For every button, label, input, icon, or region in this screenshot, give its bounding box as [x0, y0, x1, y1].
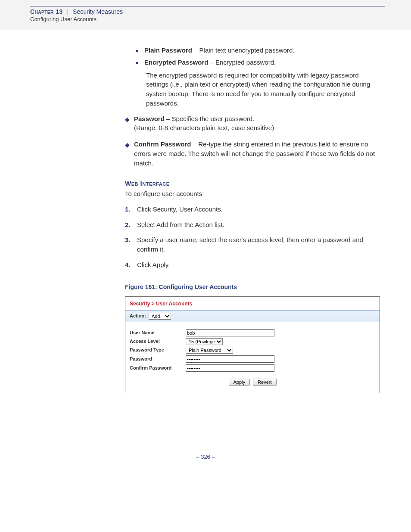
definition: – Plain text unencrypted password. — [192, 47, 295, 54]
access-level-select[interactable]: 15 (Privileged) — [186, 338, 223, 345]
encrypted-note: The encrypted password is required for c… — [146, 71, 379, 108]
revert-button[interactable]: Revert — [253, 379, 276, 386]
chapter-subtopic: Configuring User Accounts — [30, 16, 385, 22]
diamond-bullet-icon: ◆ — [125, 140, 130, 168]
step-item: 2. Select Add from the Action list. — [125, 220, 379, 230]
confirm-password-label: Confirm Password — [130, 365, 186, 372]
step-text: Click Apply. — [137, 260, 170, 270]
term: Encrypted Password — [144, 59, 208, 66]
diamond-bullet-icon: ◆ — [125, 115, 130, 133]
user-name-label: User Name — [130, 330, 186, 336]
step-number: 3. — [125, 235, 137, 254]
confirm-password-input[interactable] — [186, 364, 274, 372]
list-item: ◆ Confirm Password – Re-type the string … — [125, 140, 379, 168]
step-item: 1. Click Security, User Accounts. — [125, 205, 379, 214]
list-item: ◆ Password – Specifies the user password… — [125, 114, 379, 133]
password-type-label: Password Type — [130, 347, 186, 354]
apply-button[interactable]: Apply — [229, 379, 250, 386]
breadcrumb: Security > User Accounts — [125, 297, 380, 310]
term: Plain Password — [144, 47, 192, 54]
access-level-label: Access Level — [130, 338, 186, 345]
web-interface-heading: Web Interface — [125, 179, 379, 188]
chapter-line: Chapter 13 | Security Measures — [30, 8, 385, 15]
list-item: ■ Plain Password – Plain text unencrypte… — [136, 46, 379, 55]
form-body: User Name Access Level 15 (Privileged) P… — [125, 322, 380, 393]
form-row: Access Level 15 (Privileged) — [130, 338, 375, 345]
step-text: Specify a user name, select the user's a… — [137, 235, 379, 254]
form-row: Password Type Plain Password — [130, 347, 375, 354]
user-name-input[interactable] — [186, 329, 274, 336]
definition: – Specifies the user password. — [165, 115, 254, 122]
form-row: Password — [130, 355, 375, 363]
password-label: Password — [130, 356, 186, 363]
term: Confirm Password — [134, 140, 191, 148]
range-note: (Range: 0-8 characters plain text, case … — [134, 124, 274, 131]
square-bullet-icon: ■ — [136, 60, 138, 67]
action-label: Action: — [130, 313, 146, 320]
form-row: User Name — [130, 329, 375, 336]
chapter-separator: | — [65, 8, 72, 15]
step-number: 1. — [125, 205, 137, 214]
screenshot-panel: Security > User Accounts Action: Add Use… — [125, 296, 380, 393]
action-bar: Action: Add — [125, 310, 380, 322]
figure-caption: Figure 161: Configuring User Accounts — [125, 283, 379, 291]
term: Password — [134, 115, 165, 122]
chapter-label: Chapter 13 — [30, 8, 63, 15]
form-row: Confirm Password — [130, 364, 375, 372]
step-number: 2. — [125, 220, 137, 230]
list-item: ■ Encrypted Password – Encrypted passwor… — [136, 58, 379, 67]
step-item: 3. Specify a user name, select the user'… — [125, 235, 379, 254]
chapter-topic: Security Measures — [73, 8, 123, 15]
password-type-select[interactable]: Plain Password — [186, 347, 233, 354]
step-item: 4. Click Apply. — [125, 260, 379, 270]
page-number: – 326 – — [32, 454, 379, 473]
action-select[interactable]: Add — [149, 313, 171, 320]
definition: – Encrypted password. — [208, 59, 276, 66]
step-text: Click Security, User Accounts. — [137, 205, 223, 214]
password-input[interactable] — [186, 355, 274, 363]
step-number: 4. — [125, 260, 137, 270]
square-bullet-icon: ■ — [136, 48, 138, 55]
web-interface-intro: To configure user accounts: — [125, 189, 379, 199]
step-text: Select Add from the Action list. — [137, 220, 224, 230]
header-rule — [30, 6, 385, 6]
